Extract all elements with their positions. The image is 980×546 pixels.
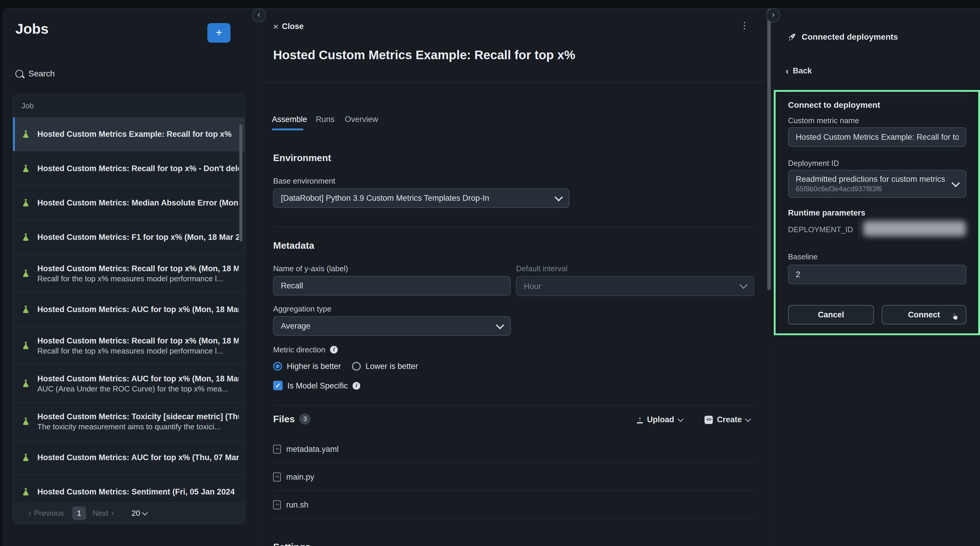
expand-right-panel-button[interactable]: › xyxy=(766,8,780,22)
close-button[interactable]: × Close xyxy=(273,21,304,32)
flask-icon xyxy=(21,379,30,388)
upload-button[interactable]: ↑ Upload xyxy=(637,415,682,424)
chevron-down-icon xyxy=(951,179,960,187)
files-count-badge: 3 xyxy=(299,413,311,425)
job-title: Hosted Custom Metrics: AUC for top x% (M… xyxy=(37,305,239,314)
deployment-id-label: Deployment ID xyxy=(788,159,839,168)
cancel-button[interactable]: Cancel xyxy=(788,305,874,325)
job-list-item[interactable]: Hosted Custom Metrics: Recall for top x%… xyxy=(13,255,245,292)
job-title: Hosted Custom Metrics: Recall for top x%… xyxy=(37,336,239,345)
page-size-select[interactable]: 20 xyxy=(132,509,147,517)
chevron-right-icon: › xyxy=(111,509,114,517)
job-list-item[interactable]: Hosted Custom Metrics: Recall for top x%… xyxy=(13,327,245,365)
model-specific-checkbox-row[interactable]: ✓ Is Model Specific i xyxy=(273,381,360,390)
active-tab-underline xyxy=(272,129,303,130)
file-row[interactable]: <>main.py xyxy=(273,463,754,490)
job-list-item[interactable]: Hosted Custom Metrics: Sentiment (Fri, 0… xyxy=(13,475,245,504)
settings-heading: Settings xyxy=(273,542,310,546)
previous-page-button[interactable]: ‹ Previous xyxy=(29,509,64,517)
job-title: Hosted Custom Metrics: Median Absolute E… xyxy=(37,198,239,207)
file-icon: <> xyxy=(273,500,281,509)
chevron-down-icon xyxy=(745,416,751,422)
flask-icon xyxy=(21,198,30,207)
chevron-left-icon: ‹ xyxy=(29,509,31,517)
runtime-param-value-redacted xyxy=(863,221,966,236)
tab-runs[interactable]: Runs xyxy=(316,115,334,124)
current-page-button[interactable]: 1 xyxy=(72,506,86,520)
job-list-item[interactable]: Hosted Custom Metrics: Median Absolute E… xyxy=(13,186,245,220)
file-name: run.sh xyxy=(286,500,309,509)
info-icon[interactable]: i xyxy=(330,346,338,354)
job-list-item[interactable]: Hosted Custom Metrics: AUC for top x% (T… xyxy=(13,441,245,475)
job-title: Hosted Custom Metrics: Recall for top x%… xyxy=(37,164,239,173)
job-list-item[interactable]: Hosted Custom Metrics: AUC for top x% (M… xyxy=(13,292,245,327)
job-list: Hosted Custom Metrics Example: Recall fo… xyxy=(13,117,245,504)
deployment-select[interactable]: Readmitted predictions for custom metric… xyxy=(788,170,966,198)
job-title: Hosted Custom Metrics: Recall for top x%… xyxy=(37,264,239,273)
custom-metric-name-label: Custom metric name xyxy=(788,116,859,125)
mouse-cursor xyxy=(950,311,961,325)
file-row[interactable]: <>metadata.yaml xyxy=(273,435,754,462)
yaxis-input[interactable]: Recall xyxy=(273,276,511,295)
radio-unselected-icon xyxy=(352,362,361,371)
detail-panel-scrollbar[interactable] xyxy=(767,9,771,290)
create-button[interactable]: <> Create xyxy=(705,415,750,424)
close-icon: × xyxy=(273,21,278,32)
upload-icon: ↑ xyxy=(637,416,643,424)
direction-radio-lower[interactable]: Lower is better xyxy=(352,362,418,371)
app-window: Jobs + Search Job Hosted Custom Metrics … xyxy=(0,0,980,546)
search-icon xyxy=(15,70,23,77)
file-row[interactable]: <>run.sh xyxy=(273,491,754,518)
base-environment-select[interactable]: [DataRobot] Python 3.9 Custom Metrics Te… xyxy=(273,188,570,208)
job-title: Hosted Custom Metrics: F1 for top x% (Mo… xyxy=(37,233,239,241)
job-list-item[interactable]: Hosted Custom Metrics: Recall for top x%… xyxy=(13,152,245,186)
chevron-down-icon xyxy=(740,281,748,289)
direction-radio-higher[interactable]: Higher is better xyxy=(273,362,341,371)
pagination-bar: ‹ Previous 1 Next › 20 xyxy=(13,502,245,524)
job-list-card: Job Hosted Custom Metrics Example: Recal… xyxy=(13,94,245,524)
tab-overview[interactable]: Overview xyxy=(345,115,378,124)
back-button[interactable]: ‹ Back xyxy=(786,66,812,76)
info-icon[interactable]: i xyxy=(353,382,360,389)
collapse-sidebar-button[interactable]: ‹ xyxy=(252,8,266,22)
runtime-parameters-heading: Runtime parameters xyxy=(788,208,865,217)
metric-direction-label: Metric direction xyxy=(273,345,325,354)
flask-icon xyxy=(21,130,30,138)
runtime-param-key: DEPLOYMENT_ID xyxy=(788,225,853,234)
job-title: Hosted Custom Metrics: AUC for top x% (M… xyxy=(37,374,239,383)
chevron-left-icon: ‹ xyxy=(258,10,260,19)
flask-icon xyxy=(21,164,30,173)
chevron-down-icon xyxy=(555,193,563,201)
flask-icon xyxy=(21,341,30,350)
environment-heading: Environment xyxy=(273,153,331,163)
default-interval-select: Hour xyxy=(516,276,754,296)
close-label: Close xyxy=(282,22,304,31)
baseline-input[interactable]: 2 xyxy=(788,265,966,284)
chevron-down-icon xyxy=(142,509,148,515)
search-control[interactable]: Search xyxy=(15,69,55,78)
job-subtitle: AUC (Area Under the ROC Curve) for the t… xyxy=(37,384,239,393)
chevron-down-icon xyxy=(496,321,504,329)
job-list-scrollbar[interactable] xyxy=(239,124,242,241)
file-name: main.py xyxy=(286,472,314,481)
next-page-button[interactable]: Next › xyxy=(92,509,114,517)
chevron-left-icon: ‹ xyxy=(786,66,789,76)
code-file-icon: <> xyxy=(705,416,713,424)
chevron-right-icon: › xyxy=(772,10,775,19)
file-icon: <> xyxy=(273,444,281,453)
plus-icon: + xyxy=(216,27,222,39)
job-detail-panel: × Close ⋮ Hosted Custom Metrics Example:… xyxy=(259,8,772,546)
job-list-item[interactable]: Hosted Custom Metrics: AUC for top x% (M… xyxy=(13,365,245,403)
add-job-button[interactable]: + xyxy=(207,23,231,43)
kebab-menu-icon[interactable]: ⋮ xyxy=(740,20,749,31)
flask-icon xyxy=(21,453,30,462)
aggregation-select[interactable]: Average xyxy=(273,316,511,336)
job-list-item[interactable]: Hosted Custom Metrics: Toxicity [sidecar… xyxy=(13,403,245,441)
jobs-sidebar: Jobs + Search Job Hosted Custom Metrics … xyxy=(2,8,258,546)
custom-metric-name-input[interactable]: Hosted Custom Metrics Example: Recall fo… xyxy=(788,127,966,147)
job-list-item[interactable]: Hosted Custom Metrics Example: Recall fo… xyxy=(13,117,245,152)
baseline-label: Baseline xyxy=(788,252,818,261)
tab-assemble[interactable]: Assemble xyxy=(272,115,307,124)
metric-direction-row: Metric direction i xyxy=(273,345,338,354)
job-list-item[interactable]: Hosted Custom Metrics: F1 for top x% (Mo… xyxy=(13,220,245,255)
